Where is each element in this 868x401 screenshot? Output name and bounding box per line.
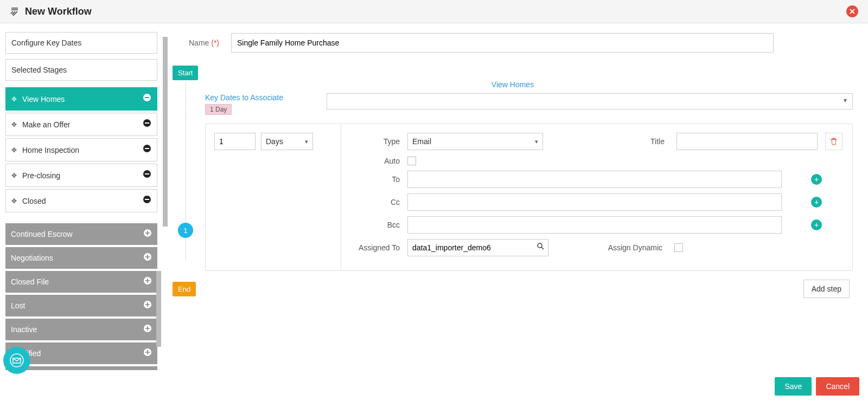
remove-stage-icon[interactable] [143, 195, 151, 206]
duration-unit-value: Days [266, 137, 283, 146]
available-stage-closed-file[interactable]: Closed File [5, 271, 157, 293]
bcc-input[interactable] [407, 216, 782, 234]
svg-rect-7 [145, 173, 149, 174]
start-badge: Start [173, 66, 198, 80]
svg-rect-9 [145, 199, 149, 200]
available-stage-continued-escrow[interactable]: Continued Escrow [5, 223, 157, 245]
scrollbar[interactable] [163, 37, 168, 227]
assign-dynamic-checkbox[interactable] [674, 243, 683, 252]
to-label: To [351, 175, 400, 184]
drag-icon[interactable]: ✥ [11, 146, 17, 154]
key-dates-label[interactable]: Key Dates to Associate [205, 93, 319, 102]
svg-point-18 [10, 354, 23, 367]
stage-title-link[interactable]: View Homes [173, 80, 853, 89]
delete-step-button[interactable] [825, 133, 843, 150]
day-badge: 1 Day [205, 104, 232, 115]
stage-label: Continued Escrow [11, 230, 73, 238]
modal-header: New Workflow [0, 0, 868, 23]
add-stage-icon[interactable] [143, 300, 152, 311]
cc-label: Cc [351, 198, 400, 206]
stage-item-view-homes[interactable]: ✥View Homes [5, 87, 157, 111]
svg-rect-5 [145, 148, 149, 149]
stage-label: Home Inspection [22, 146, 79, 154]
stage-item-home-inspection[interactable]: ✥Home Inspection [5, 138, 157, 161]
add-cc-button[interactable]: + [811, 197, 822, 208]
add-stage-icon[interactable] [143, 253, 152, 263]
remove-stage-icon[interactable] [143, 93, 151, 105]
end-badge: End [173, 282, 196, 296]
step-number-badge: 1 [178, 223, 193, 238]
available-stage-lost[interactable]: Lost [5, 295, 157, 316]
stage-label: Negotiations [11, 254, 53, 262]
remove-stage-icon[interactable] [143, 170, 151, 181]
scrollbar[interactable] [156, 271, 161, 347]
chevron-down-icon: ▾ [305, 138, 308, 145]
stage-label: Closed File [11, 277, 49, 286]
auto-label: Auto [351, 157, 400, 165]
drag-icon[interactable]: ✥ [11, 121, 17, 128]
add-stage-icon[interactable] [143, 229, 152, 240]
timeline: Start View Homes Key Dates to Associate … [173, 66, 853, 298]
main-panel: Name (*) Start View Homes Key Dates to A… [163, 23, 868, 370]
to-input[interactable] [407, 171, 782, 188]
modal-title: New Workflow [25, 6, 92, 17]
add-to-button[interactable]: + [811, 174, 822, 185]
available-stage-negotiations[interactable]: Negotiations [5, 247, 157, 269]
remove-stage-icon[interactable] [143, 144, 151, 156]
type-select[interactable]: Email ▾ [407, 133, 543, 150]
duration-value-input[interactable] [214, 133, 256, 150]
stage-item-closed[interactable]: ✥Closed [5, 189, 157, 212]
stage-label: Make an Offer [22, 120, 70, 129]
configure-key-dates-button[interactable]: Configure Key Dates [5, 32, 157, 54]
available-stage-inactive[interactable]: Inactive [5, 319, 157, 340]
drag-icon[interactable]: ✥ [11, 95, 17, 103]
stage-item-make-an-offer[interactable]: ✥Make an Offer [5, 113, 157, 136]
assigned-to-label: Assigned To [351, 243, 400, 252]
stage-label: Inactive [11, 325, 37, 334]
sidebar: Configure Key Dates Selected Stages ✥Vie… [0, 23, 163, 370]
assign-dynamic-label: Assign Dynamic [608, 243, 662, 252]
type-value: Email [412, 137, 431, 146]
svg-rect-1 [145, 97, 149, 98]
step-card: Days ▾ Type Email ▾ Title [205, 124, 853, 271]
cancel-button[interactable]: Cancel [816, 377, 859, 396]
save-button[interactable]: Save [775, 377, 812, 396]
add-bcc-button[interactable]: + [811, 219, 822, 230]
stage-label: Pre-closing [22, 171, 60, 180]
cc-input[interactable] [407, 193, 782, 211]
drag-icon[interactable]: ✥ [11, 197, 17, 205]
title-input[interactable] [676, 133, 818, 150]
auto-checkbox[interactable] [407, 157, 416, 165]
add-stage-icon[interactable] [143, 348, 152, 359]
required-marker: (*) [211, 38, 219, 47]
workflow-name-input[interactable] [231, 33, 774, 53]
add-stage-icon[interactable] [143, 276, 152, 287]
search-icon[interactable] [537, 243, 544, 251]
modal-footer: Save Cancel [775, 377, 859, 396]
svg-point-17 [538, 243, 542, 248]
key-dates-select[interactable] [327, 93, 853, 109]
stage-item-pre-closing[interactable]: ✥Pre-closing [5, 164, 157, 187]
svg-rect-3 [145, 122, 149, 124]
add-stage-icon[interactable] [143, 324, 152, 335]
stage-label: Lost [11, 301, 25, 310]
name-label: Name (*) [189, 38, 219, 47]
close-button[interactable] [846, 5, 858, 17]
stage-label: Closed [22, 197, 46, 205]
stage-label: View Homes [22, 95, 65, 104]
title-label: Title [650, 137, 665, 146]
drag-icon[interactable]: ✥ [11, 172, 17, 179]
mail-fab-button[interactable] [3, 347, 30, 374]
add-step-button[interactable]: Add step [803, 280, 850, 298]
type-label: Type [351, 137, 400, 146]
selected-stages-button[interactable]: Selected Stages [5, 59, 157, 81]
chevron-down-icon: ▾ [535, 138, 538, 145]
workflow-icon [10, 6, 20, 17]
duration-unit-select[interactable]: Days ▾ [261, 133, 313, 150]
assigned-to-input[interactable] [407, 239, 548, 256]
bcc-label: Bcc [351, 221, 400, 229]
remove-stage-icon[interactable] [143, 119, 151, 130]
